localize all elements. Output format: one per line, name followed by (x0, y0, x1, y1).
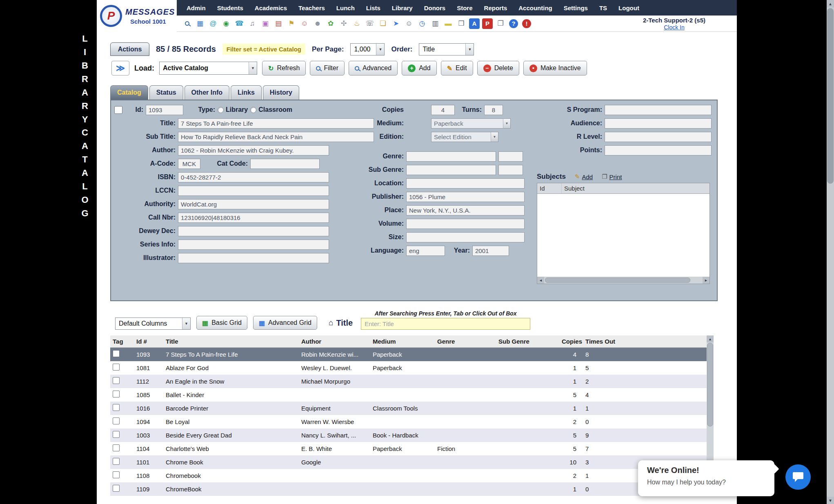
share-icon[interactable]: ➤ (391, 18, 401, 29)
ticket-icon[interactable]: ❏ (378, 18, 388, 29)
call-nbr-input[interactable] (178, 213, 329, 223)
language-input[interactable] (406, 246, 445, 256)
audience-input[interactable] (605, 118, 712, 129)
volume-input[interactable] (406, 219, 525, 229)
scroll-left-icon[interactable]: ◄ (537, 277, 544, 284)
column-header-genre[interactable]: Genre (435, 335, 496, 348)
printer-icon[interactable]: ❒ (456, 18, 467, 29)
pdf-icon[interactable]: P (482, 18, 493, 29)
filter-button[interactable]: Filter (310, 61, 345, 75)
table-row[interactable]: 10937 Steps To A Pain-free LifeRobin McK… (110, 348, 707, 361)
table-row[interactable]: 1003Beside Every Great DadNancy L. Swiha… (110, 429, 707, 442)
row-checkbox[interactable] (113, 377, 120, 384)
publisher-input[interactable] (406, 192, 525, 202)
column-header-medium[interactable]: Medium (370, 335, 435, 348)
refresh-button[interactable]: ↻Refresh (262, 61, 306, 75)
year-input[interactable] (472, 246, 509, 256)
row-checkbox[interactable] (113, 364, 120, 371)
page-scrollbar[interactable]: ▲ ▼ (827, 0, 834, 504)
search-icon[interactable] (182, 18, 192, 29)
record-select-checkbox[interactable] (114, 106, 122, 114)
nav-item-accounting[interactable]: Accounting (513, 4, 558, 11)
row-checkbox[interactable] (113, 417, 120, 424)
email-icon[interactable]: @ (208, 18, 218, 29)
scroll-up-icon[interactable]: ▲ (707, 335, 714, 342)
subjects-add-link[interactable]: ✎ Add (575, 173, 593, 180)
nav-item-lunch[interactable]: Lunch (331, 4, 360, 11)
place-input[interactable] (406, 205, 525, 215)
cat-code-input[interactable] (250, 159, 320, 169)
copier-icon[interactable]: ❐ (495, 18, 506, 29)
table-row[interactable]: 1104Charlotte's WebE. B. WhitePaperbackF… (110, 442, 707, 455)
a-code-input[interactable] (178, 159, 200, 169)
genre-input[interactable] (406, 151, 496, 162)
nav-item-logout[interactable]: Logout (613, 4, 645, 11)
row-checkbox[interactable] (113, 458, 120, 465)
announcement-icon[interactable]: ⚑ (286, 18, 297, 29)
advanced-button[interactable]: Advanced (349, 61, 398, 75)
tracks-icon[interactable]: ✣ (338, 18, 349, 29)
type-classroom-radio[interactable]: Classroom (250, 106, 292, 113)
add-button[interactable]: +Add (402, 61, 436, 75)
tab-links[interactable]: Links (231, 85, 262, 100)
isbn-input[interactable] (178, 172, 329, 182)
nav-item-teachers[interactable]: Teachers (293, 4, 331, 11)
row-checkbox[interactable] (113, 391, 120, 397)
authority-input[interactable] (178, 199, 329, 209)
sub-genre-input[interactable] (406, 165, 496, 175)
edition-select[interactable]: Select Edition▼ (431, 132, 498, 142)
table-row[interactable]: 1101Chrome BookGoogle103 (110, 455, 707, 469)
title-search-input[interactable] (361, 318, 530, 330)
fast-load-button[interactable]: ≫ (111, 61, 129, 75)
row-checkbox[interactable] (113, 404, 120, 411)
scrollbar-thumb[interactable] (545, 278, 690, 283)
nav-item-settings[interactable]: Settings (558, 4, 594, 11)
nav-item-store[interactable]: Store (451, 4, 478, 11)
turns-input[interactable] (484, 105, 503, 115)
advanced-grid-button[interactable]: ▦ Advanced Grid (253, 316, 317, 330)
row-checkbox[interactable] (113, 485, 120, 492)
column-header-author[interactable]: Author (299, 335, 370, 348)
id-input[interactable] (146, 105, 183, 115)
table-row[interactable]: 1112An Eagle in the SnowMichael Morpurgo… (110, 375, 707, 388)
nav-item-lists[interactable]: Lists (360, 4, 386, 11)
column-header-title[interactable]: Title (163, 335, 299, 348)
type-library-radio[interactable]: Library (218, 106, 248, 113)
nav-item-ts[interactable]: TS (594, 4, 613, 11)
illustrator-input[interactable] (178, 253, 329, 263)
chat-widget[interactable]: We're Online! How may I help you today? (638, 460, 774, 496)
tab-catalog[interactable]: Catalog (110, 85, 148, 100)
scrollbar-thumb[interactable] (827, 8, 834, 184)
sub-genre-code-input[interactable] (498, 165, 523, 175)
table-row[interactable]: 1016Barcode PrinterEquipmentClassroom To… (110, 402, 707, 415)
nav-item-reports[interactable]: Reports (478, 4, 513, 11)
s-program-input[interactable] (605, 105, 712, 115)
copies-input[interactable] (431, 105, 455, 115)
av-icon[interactable]: A (469, 18, 480, 29)
banner-icon[interactable]: ▬ (443, 18, 454, 29)
r-level-input[interactable] (605, 132, 712, 142)
author-input[interactable] (178, 145, 329, 155)
table-row[interactable]: 1108Chromebook21 (110, 469, 707, 482)
scrollbar-thumb[interactable] (707, 343, 713, 426)
per-page-select[interactable]: 1,000 ▼ (350, 43, 385, 56)
nav-item-library[interactable]: Library (386, 4, 418, 11)
order-select[interactable]: Title ▼ (419, 43, 474, 56)
medium-select[interactable]: Paperback▼ (431, 118, 511, 129)
chat-launcher-button[interactable] (785, 464, 811, 490)
clock-in-link[interactable]: Clock In (664, 24, 685, 31)
edit-button[interactable]: ✎Edit (441, 61, 473, 75)
delete-button[interactable]: −Delete (477, 61, 519, 75)
actions-button[interactable]: Actions (110, 42, 149, 56)
title-input[interactable] (178, 118, 374, 129)
mobile-icon[interactable]: ☏ (365, 18, 375, 29)
schedule-icon[interactable]: ▤ (273, 18, 284, 29)
document-icon[interactable]: ▥ (430, 18, 440, 29)
leaf-icon[interactable]: ✿ (325, 18, 336, 29)
table-row[interactable]: 1109ChromeBook10 (110, 482, 707, 496)
load-select[interactable]: Active Catalog ▼ (159, 62, 257, 75)
columns-select[interactable]: Default Columns ▼ (115, 317, 191, 330)
photo-icon[interactable]: ▣ (260, 18, 271, 29)
audio-icon[interactable]: ♫ (247, 18, 258, 29)
location-input[interactable] (406, 178, 525, 189)
